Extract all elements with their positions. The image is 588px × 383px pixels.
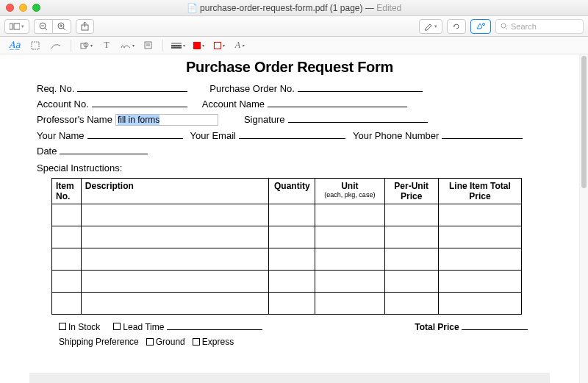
po-no-field[interactable] [298, 82, 423, 92]
ground-checkbox[interactable] [146, 338, 154, 346]
col-quantity: Quantity [269, 179, 315, 204]
professor-name-label: Professor's Name [37, 114, 112, 125]
your-name-label: Your Name [37, 130, 85, 141]
svg-line-13 [506, 28, 507, 29]
date-field[interactable] [60, 144, 148, 154]
col-unit: Unit(each, pkg, case) [315, 179, 384, 204]
professor-name-field[interactable]: fill in forms [115, 114, 218, 126]
text-selection-tool[interactable]: A̲a̲ [6, 39, 24, 52]
signature-field[interactable] [288, 112, 428, 123]
po-no-label: Purchase Order No. [209, 83, 295, 94]
express-label: Express [202, 337, 234, 347]
line-items-table: Item No. Description Quantity Unit(each,… [51, 178, 522, 315]
text-style-tool[interactable]: A▾ [231, 39, 248, 52]
total-price-label: Total Price [415, 322, 459, 332]
table-row[interactable] [52, 271, 522, 293]
express-checkbox[interactable] [193, 338, 200, 346]
table-row[interactable] [52, 293, 522, 315]
close-window-button[interactable] [6, 4, 14, 12]
sketch-tool[interactable] [47, 39, 65, 52]
window-title: 📄 purchase-order-request-form.pdf (1 pag… [0, 3, 588, 13]
zoom-out-button[interactable] [34, 19, 52, 34]
shapes-tool[interactable]: ▾ [77, 39, 95, 52]
svg-rect-0 [10, 24, 12, 29]
rotate-button[interactable] [447, 19, 466, 34]
signature-label: Signature [244, 114, 285, 125]
search-placeholder: Search [511, 22, 537, 31]
account-no-field[interactable] [92, 97, 187, 107]
svg-point-12 [501, 24, 506, 28]
lead-time-field[interactable] [167, 329, 262, 330]
in-stock-checkbox[interactable] [59, 323, 66, 330]
col-item-no: Item No. [52, 179, 82, 204]
total-price-field[interactable] [462, 329, 528, 330]
note-tool[interactable] [139, 39, 157, 52]
search-input[interactable]: Search [495, 19, 584, 34]
req-no-field[interactable] [77, 82, 187, 92]
traffic-lights [6, 4, 40, 12]
table-row[interactable] [52, 204, 522, 226]
account-name-label: Account Name [202, 99, 265, 110]
your-email-field[interactable] [239, 129, 345, 139]
svg-rect-14 [32, 42, 39, 49]
ground-label: Ground [156, 337, 185, 347]
document-page: Purchase Order Request Form Req. No. Pur… [0, 54, 579, 347]
highlight-button[interactable]: ▾ [419, 19, 442, 34]
col-per-unit-price: Per-Unit Price [384, 179, 438, 204]
window-titlebar: 📄 purchase-order-request-form.pdf (1 pag… [0, 0, 588, 16]
page-footer-area [29, 373, 550, 383]
scrollbar-thumb[interactable] [581, 56, 587, 188]
table-row[interactable] [52, 248, 522, 271]
lead-time-checkbox[interactable] [113, 323, 121, 330]
svg-rect-1 [14, 24, 20, 29]
rectangular-selection-tool[interactable] [26, 39, 44, 52]
view-mode-button[interactable]: ▾ [4, 19, 29, 34]
main-toolbar: ▾ ▾ Search [0, 16, 588, 37]
markup-toolbar: A̲a̲ ▾ T ▾ ▾ ▾ ▾ A▾ [0, 37, 588, 54]
vertical-scrollbar[interactable] [579, 54, 588, 383]
account-name-field[interactable] [268, 97, 407, 107]
text-tool[interactable]: T [98, 39, 115, 52]
date-label: Date [37, 146, 57, 157]
svg-rect-15 [81, 43, 86, 49]
line-style-tool[interactable]: ▾ [169, 39, 187, 52]
shipping-pref-label: Shipping Preference [59, 337, 139, 347]
svg-point-11 [483, 24, 485, 26]
lead-time-label: Lead Time [123, 322, 164, 332]
form-title: Purchase Order Request Form [37, 59, 542, 76]
your-email-label: Your Email [190, 130, 236, 141]
markup-button[interactable] [470, 19, 491, 34]
svg-line-3 [45, 28, 47, 30]
col-line-total: Line Item Total Price [438, 179, 521, 204]
zoom-in-button[interactable] [52, 19, 71, 34]
your-name-field[interactable] [87, 129, 183, 139]
your-phone-label: Your Phone Number [353, 130, 439, 141]
share-button[interactable] [76, 19, 94, 34]
fill-color-tool[interactable]: ▾ [210, 39, 228, 52]
sign-tool[interactable]: ▾ [118, 39, 136, 52]
minimize-window-button[interactable] [19, 4, 27, 12]
border-color-tool[interactable]: ▾ [190, 39, 207, 52]
your-phone-field[interactable] [442, 129, 523, 139]
svg-line-6 [63, 28, 65, 30]
zoom-window-button[interactable] [32, 4, 40, 12]
account-no-label: Account No. [37, 99, 89, 110]
table-row[interactable] [52, 226, 522, 248]
req-no-label: Req. No. [37, 83, 74, 94]
special-instructions-label: Special Instructions: [37, 162, 542, 173]
col-description: Description [81, 179, 269, 204]
in-stock-label: In Stock [68, 322, 100, 332]
document-viewport[interactable]: Purchase Order Request Form Req. No. Pur… [0, 54, 579, 383]
